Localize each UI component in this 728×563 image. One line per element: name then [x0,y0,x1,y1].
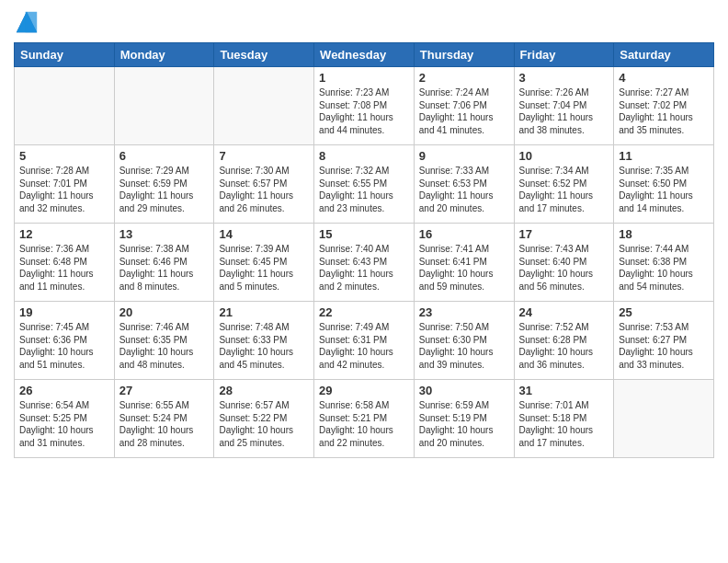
calendar-cell: 30Sunrise: 6:59 AM Sunset: 5:19 PM Dayli… [414,380,514,458]
day-info: Sunrise: 7:27 AM Sunset: 7:02 PM Dayligh… [619,86,709,136]
day-info: Sunrise: 7:45 AM Sunset: 6:36 PM Dayligh… [19,321,109,371]
calendar-cell: 11Sunrise: 7:35 AM Sunset: 6:50 PM Dayli… [614,145,714,224]
day-number: 5 [19,149,109,163]
day-info: Sunrise: 6:54 AM Sunset: 5:25 PM Dayligh… [19,399,109,449]
day-number: 2 [419,71,509,85]
calendar-cell: 31Sunrise: 7:01 AM Sunset: 5:18 PM Dayli… [514,380,614,458]
day-info: Sunrise: 7:36 AM Sunset: 6:48 PM Dayligh… [19,243,109,293]
day-info: Sunrise: 7:01 AM Sunset: 5:18 PM Dayligh… [519,399,609,449]
weekday-header: Friday [514,43,614,67]
day-info: Sunrise: 7:23 AM Sunset: 7:08 PM Dayligh… [319,86,409,136]
day-info: Sunrise: 6:59 AM Sunset: 5:19 PM Dayligh… [419,399,509,449]
day-number: 13 [119,227,210,241]
calendar-header: SundayMondayTuesdayWednesdayThursdayFrid… [15,43,714,67]
day-info: Sunrise: 6:58 AM Sunset: 5:21 PM Dayligh… [319,399,409,449]
calendar-cell: 28Sunrise: 6:57 AM Sunset: 5:22 PM Dayli… [214,380,314,458]
day-number: 22 [319,305,409,319]
calendar-cell: 7Sunrise: 7:30 AM Sunset: 6:57 PM Daylig… [214,145,314,224]
day-number: 21 [219,305,309,319]
calendar-cell: 5Sunrise: 7:28 AM Sunset: 7:01 PM Daylig… [15,145,115,224]
day-number: 1 [319,71,409,85]
weekday-header: Wednesday [314,43,415,67]
calendar-cell: 3Sunrise: 7:26 AM Sunset: 7:04 PM Daylig… [514,67,614,145]
day-number: 23 [419,305,509,319]
day-number: 3 [519,71,609,85]
page-header [14,9,714,35]
day-info: Sunrise: 7:39 AM Sunset: 6:45 PM Dayligh… [219,243,309,293]
calendar-cell: 20Sunrise: 7:46 AM Sunset: 6:35 PM Dayli… [114,302,214,380]
day-number: 19 [19,305,109,319]
calendar-cell: 12Sunrise: 7:36 AM Sunset: 6:48 PM Dayli… [15,224,115,302]
calendar-cell: 16Sunrise: 7:41 AM Sunset: 6:41 PM Dayli… [414,224,514,302]
day-number: 30 [419,384,509,397]
calendar-cell: 21Sunrise: 7:48 AM Sunset: 6:33 PM Dayli… [214,302,314,380]
calendar-cell: 18Sunrise: 7:44 AM Sunset: 6:38 PM Dayli… [614,224,714,302]
calendar-cell: 6Sunrise: 7:29 AM Sunset: 6:59 PM Daylig… [114,145,214,224]
day-number: 12 [19,227,109,241]
day-info: Sunrise: 7:48 AM Sunset: 6:33 PM Dayligh… [219,321,309,371]
day-info: Sunrise: 7:44 AM Sunset: 6:38 PM Dayligh… [619,243,709,293]
calendar-cell: 2Sunrise: 7:24 AM Sunset: 7:06 PM Daylig… [414,67,514,145]
day-number: 9 [419,149,509,163]
calendar: SundayMondayTuesdayWednesdayThursdayFrid… [14,42,714,458]
calendar-cell: 17Sunrise: 7:43 AM Sunset: 6:40 PM Dayli… [514,224,614,302]
day-number: 6 [119,149,210,163]
day-info: Sunrise: 7:38 AM Sunset: 6:46 PM Dayligh… [119,243,210,293]
day-number: 17 [519,227,609,241]
day-info: Sunrise: 7:52 AM Sunset: 6:28 PM Dayligh… [519,321,609,371]
calendar-cell: 27Sunrise: 6:55 AM Sunset: 5:24 PM Dayli… [114,380,214,458]
calendar-cell: 23Sunrise: 7:50 AM Sunset: 6:30 PM Dayli… [414,302,514,380]
day-number: 18 [619,227,709,241]
day-info: Sunrise: 7:50 AM Sunset: 6:30 PM Dayligh… [419,321,509,371]
day-number: 7 [219,149,309,163]
day-number: 26 [19,384,109,397]
day-info: Sunrise: 7:28 AM Sunset: 7:01 PM Dayligh… [19,165,109,214]
calendar-cell: 15Sunrise: 7:40 AM Sunset: 6:43 PM Dayli… [314,224,415,302]
day-number: 15 [319,227,409,241]
calendar-cell: 8Sunrise: 7:32 AM Sunset: 6:55 PM Daylig… [314,145,415,224]
day-number: 11 [619,149,709,163]
day-info: Sunrise: 7:49 AM Sunset: 6:31 PM Dayligh… [319,321,409,371]
day-number: 8 [319,149,409,163]
day-info: Sunrise: 7:41 AM Sunset: 6:41 PM Dayligh… [419,243,509,293]
logo-icon [14,9,40,35]
day-number: 14 [219,227,309,241]
day-info: Sunrise: 7:43 AM Sunset: 6:40 PM Dayligh… [519,243,609,293]
day-info: Sunrise: 7:24 AM Sunset: 7:06 PM Dayligh… [419,86,509,136]
day-number: 31 [519,384,609,397]
day-info: Sunrise: 7:33 AM Sunset: 6:53 PM Dayligh… [419,165,509,214]
calendar-cell: 13Sunrise: 7:38 AM Sunset: 6:46 PM Dayli… [114,224,214,302]
day-number: 28 [219,384,309,397]
calendar-cell: 25Sunrise: 7:53 AM Sunset: 6:27 PM Dayli… [614,302,714,380]
calendar-cell [114,67,214,145]
calendar-cell: 24Sunrise: 7:52 AM Sunset: 6:28 PM Dayli… [514,302,614,380]
svg-rect-2 [26,12,38,32]
calendar-cell: 26Sunrise: 6:54 AM Sunset: 5:25 PM Dayli… [15,380,115,458]
calendar-cell: 1Sunrise: 7:23 AM Sunset: 7:08 PM Daylig… [314,67,415,145]
day-info: Sunrise: 7:35 AM Sunset: 6:50 PM Dayligh… [619,165,709,214]
day-info: Sunrise: 7:34 AM Sunset: 6:52 PM Dayligh… [519,165,609,214]
calendar-cell [614,380,714,458]
day-info: Sunrise: 6:55 AM Sunset: 5:24 PM Dayligh… [119,399,210,449]
day-info: Sunrise: 7:46 AM Sunset: 6:35 PM Dayligh… [119,321,210,371]
calendar-cell: 4Sunrise: 7:27 AM Sunset: 7:02 PM Daylig… [614,67,714,145]
day-info: Sunrise: 7:29 AM Sunset: 6:59 PM Dayligh… [119,165,210,214]
day-number: 29 [319,384,409,397]
day-info: Sunrise: 7:40 AM Sunset: 6:43 PM Dayligh… [319,243,409,293]
day-number: 16 [419,227,509,241]
day-info: Sunrise: 7:30 AM Sunset: 6:57 PM Dayligh… [219,165,309,214]
day-number: 20 [119,305,210,319]
day-number: 24 [519,305,609,319]
day-number: 10 [519,149,609,163]
calendar-cell: 9Sunrise: 7:33 AM Sunset: 6:53 PM Daylig… [414,145,514,224]
weekday-header: Tuesday [214,43,314,67]
weekday-header: Sunday [15,43,115,67]
calendar-cell: 14Sunrise: 7:39 AM Sunset: 6:45 PM Dayli… [214,224,314,302]
day-info: Sunrise: 7:26 AM Sunset: 7:04 PM Dayligh… [519,86,609,136]
day-number: 25 [619,305,709,319]
weekday-header: Thursday [414,43,514,67]
calendar-cell: 19Sunrise: 7:45 AM Sunset: 6:36 PM Dayli… [15,302,115,380]
calendar-cell: 29Sunrise: 6:58 AM Sunset: 5:21 PM Dayli… [314,380,415,458]
calendar-cell [15,67,115,145]
day-info: Sunrise: 7:53 AM Sunset: 6:27 PM Dayligh… [619,321,709,371]
